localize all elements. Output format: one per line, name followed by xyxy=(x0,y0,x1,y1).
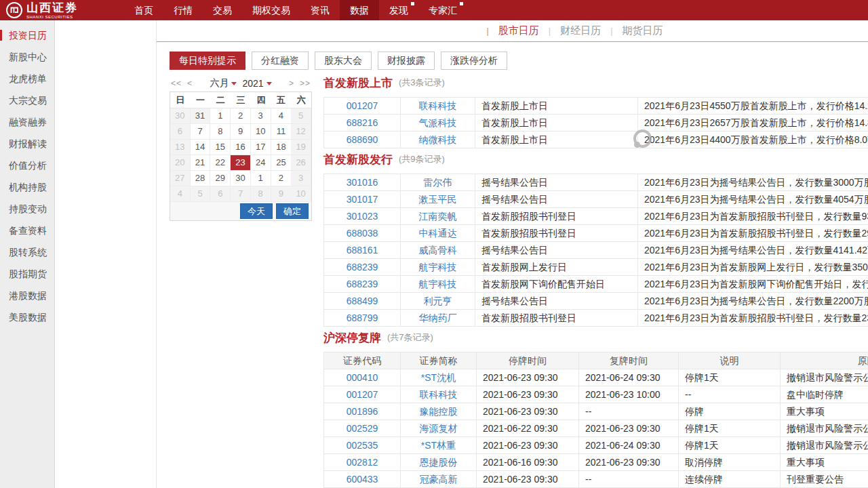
next-year-button[interactable]: >> xyxy=(300,79,311,88)
stock-code-link[interactable]: 002812 xyxy=(324,454,401,470)
calendar-day[interactable]: 10 xyxy=(291,186,311,202)
confirm-button[interactable]: 确定 xyxy=(276,203,309,219)
next-month-button[interactable]: > xyxy=(289,79,294,88)
year-select[interactable]: 2021 xyxy=(242,78,271,89)
prev-year-button[interactable]: << xyxy=(171,79,182,88)
filter-button[interactable]: 分红融资 xyxy=(252,52,309,70)
calendar-day[interactable]: 10 xyxy=(251,124,271,140)
nav-item[interactable]: 发现 xyxy=(379,0,418,20)
stock-code-link[interactable]: 688499 xyxy=(324,293,401,309)
calendar-day[interactable]: 30 xyxy=(170,108,191,124)
calendar-day[interactable]: 3 xyxy=(291,171,311,186)
nav-item[interactable]: 专家汇 xyxy=(418,0,467,20)
calendar-day[interactable]: 2 xyxy=(231,108,251,124)
stock-code-link[interactable]: 688239 xyxy=(324,276,401,292)
calendar-day[interactable]: 8 xyxy=(251,186,271,202)
calendar-day[interactable]: 24 xyxy=(251,155,271,171)
calendar-day[interactable]: 14 xyxy=(191,140,211,155)
sidebar-item[interactable]: 股转系统 xyxy=(0,241,54,263)
stock-name-link[interactable]: 冠豪高新 xyxy=(401,471,477,487)
sidebar-item[interactable]: 股指期货 xyxy=(0,263,54,285)
stock-code-link[interactable]: 688239 xyxy=(324,259,401,275)
sidebar-item[interactable]: 港股数据 xyxy=(0,285,54,306)
stock-name-link[interactable]: 纳微科技 xyxy=(401,131,475,148)
sidebar-item[interactable]: 价值分析 xyxy=(0,155,54,176)
calendar-day[interactable]: 11 xyxy=(271,124,292,140)
stock-code-link[interactable]: 688216 xyxy=(324,115,401,131)
stock-code-link[interactable]: 600433 xyxy=(324,471,401,487)
stock-code-link[interactable]: 301016 xyxy=(324,174,401,190)
filter-button[interactable]: 涨跌停分析 xyxy=(441,52,507,70)
stock-name-link[interactable]: 联科科技 xyxy=(401,386,477,403)
calendar-day[interactable]: 17 xyxy=(251,140,271,155)
stock-name-link[interactable]: 漱玉平民 xyxy=(401,191,475,207)
calendar-tab[interactable]: 财经日历 xyxy=(539,24,601,37)
filter-button[interactable]: 股东大会 xyxy=(315,52,372,70)
calendar-day[interactable]: 22 xyxy=(210,155,231,171)
calendar-day[interactable]: 18 xyxy=(271,140,292,155)
stock-name-link[interactable]: 联科科技 xyxy=(401,98,475,114)
calendar-day[interactable]: 27 xyxy=(170,171,191,186)
filter-button[interactable]: 财报披露 xyxy=(378,52,435,70)
month-select[interactable]: 六月 xyxy=(210,77,237,89)
calendar-day[interactable]: 23 xyxy=(231,155,251,171)
stock-code-link[interactable]: 688690 xyxy=(324,131,401,148)
calendar-day[interactable]: 1 xyxy=(210,108,231,124)
calendar-day[interactable]: 7 xyxy=(191,124,211,140)
calendar-day[interactable]: 20 xyxy=(170,155,191,171)
nav-item[interactable]: 交易 xyxy=(203,0,242,20)
calendar-day[interactable]: 25 xyxy=(271,155,292,171)
stock-name-link[interactable]: *ST沈机 xyxy=(401,369,477,386)
calendar-day[interactable]: 6 xyxy=(210,186,231,202)
stock-name-link[interactable]: 航宇科技 xyxy=(401,259,475,275)
stock-code-link[interactable]: 001207 xyxy=(324,98,401,114)
calendar-day[interactable]: 28 xyxy=(191,171,211,186)
stock-code-link[interactable]: 688799 xyxy=(324,310,401,326)
stock-code-link[interactable]: 000410 xyxy=(324,369,401,386)
stock-name-link[interactable]: 江南奕帆 xyxy=(401,208,475,224)
calendar-day[interactable]: 12 xyxy=(291,124,311,140)
calendar-day[interactable]: 1 xyxy=(251,171,271,186)
calendar-day[interactable]: 4 xyxy=(170,186,191,202)
calendar-tab[interactable]: 股市日历 xyxy=(477,24,538,37)
stock-code-link[interactable]: 001207 xyxy=(324,386,401,403)
calendar-day[interactable]: 26 xyxy=(291,155,311,171)
sidebar-item[interactable]: 融资融券 xyxy=(0,111,54,133)
stock-name-link[interactable]: 利元亨 xyxy=(401,293,475,309)
calendar-tab[interactable]: 期货日历 xyxy=(601,24,663,37)
sidebar-item[interactable]: 大宗交易 xyxy=(0,89,54,111)
calendar-day[interactable]: 7 xyxy=(231,186,251,202)
nav-item[interactable]: 期权交易 xyxy=(242,0,300,20)
calendar-day[interactable]: 21 xyxy=(191,155,211,171)
sidebar-item[interactable]: 新股中心 xyxy=(0,46,54,68)
nav-item[interactable]: 资讯 xyxy=(300,0,340,20)
stock-code-link[interactable]: 301017 xyxy=(324,191,401,207)
stock-name-link[interactable]: 豫能控股 xyxy=(401,403,477,420)
stock-code-link[interactable]: 001896 xyxy=(324,403,401,420)
sidebar-item[interactable]: 财报解读 xyxy=(0,133,54,155)
calendar-day[interactable]: 9 xyxy=(271,186,292,202)
calendar-day[interactable]: 5 xyxy=(291,108,311,124)
stock-code-link[interactable]: 688161 xyxy=(324,242,401,258)
calendar-day[interactable]: 13 xyxy=(170,140,191,155)
stock-name-link[interactable]: 中科通达 xyxy=(401,225,475,241)
sidebar-item[interactable]: 持股变动 xyxy=(0,198,54,220)
stock-code-link[interactable]: 002535 xyxy=(324,437,401,453)
sidebar-item[interactable]: 机构持股 xyxy=(0,176,54,198)
stock-name-link[interactable]: *ST林重 xyxy=(401,437,477,453)
calendar-day[interactable]: 29 xyxy=(210,171,231,186)
prev-month-button[interactable]: < xyxy=(187,79,193,88)
stock-name-link[interactable]: 航宇科技 xyxy=(401,276,475,292)
calendar-day[interactable]: 9 xyxy=(231,124,251,140)
calendar-day[interactable]: 19 xyxy=(291,140,311,155)
sidebar-item[interactable]: 龙虎榜单 xyxy=(0,68,54,89)
stock-name-link[interactable]: 气派科技 xyxy=(401,115,475,131)
sidebar-item[interactable]: 美股数据 xyxy=(0,306,54,328)
calendar-day[interactable]: 3 xyxy=(251,108,271,124)
stock-name-link[interactable]: 雷尔伟 xyxy=(401,174,475,190)
calendar-day[interactable]: 6 xyxy=(170,124,191,140)
stock-name-link[interactable]: 恩捷股份 xyxy=(401,454,477,470)
stock-name-link[interactable]: 华纳药厂 xyxy=(401,310,475,326)
stock-code-link[interactable]: 301023 xyxy=(324,208,401,224)
sidebar-item[interactable]: 投资日历 xyxy=(0,24,54,46)
